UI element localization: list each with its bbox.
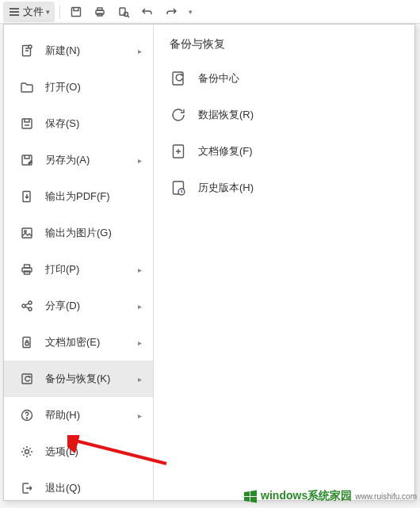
doc-repair-icon — [170, 143, 187, 160]
menu-item-label: 选项(L) — [45, 445, 142, 459]
svg-point-5 — [124, 12, 128, 16]
preview-icon — [117, 6, 130, 18]
panel-item-label: 文档修复(F) — [198, 144, 253, 159]
menu-item-help[interactable]: 帮助(H) ▸ — [4, 397, 153, 434]
print-icon — [20, 262, 34, 277]
svg-point-17 — [29, 301, 32, 304]
panel-item-backup-center[interactable]: 备份中心 — [170, 66, 399, 91]
menu-item-export-image[interactable]: 输出为图片(G) — [4, 215, 153, 251]
hamburger-icon — [8, 6, 21, 18]
chevron-right-icon: ▸ — [138, 302, 142, 311]
backup-restore-panel: 备份与恢复 备份中心 数据恢复(R) 文档修复(F) 历史版本(H) — [153, 25, 414, 500]
toolbar-separator — [59, 5, 60, 19]
panel-item-history[interactable]: 历史版本(H) — [170, 175, 399, 201]
backup-icon — [20, 372, 34, 386]
watermark: windows系统家园 www.ruishifu.com — [242, 487, 417, 505]
menu-item-save-as[interactable]: 另存为(A) ▸ — [4, 142, 153, 178]
svg-point-23 — [26, 418, 27, 418]
watermark-text: windows系统家园 — [261, 489, 352, 503]
menu-item-exit[interactable]: 退出(Q) — [4, 470, 153, 506]
share-icon — [20, 299, 34, 313]
gear-icon — [20, 445, 34, 459]
preview-button[interactable] — [113, 2, 135, 22]
svg-rect-21 — [22, 374, 32, 384]
menu-item-open[interactable]: 打开(O) — [4, 69, 153, 105]
chevron-down-icon: ▾ — [46, 8, 50, 16]
menu-item-label: 另存为(A) — [45, 153, 138, 167]
export-pdf-icon — [20, 189, 34, 204]
svg-point-24 — [25, 450, 29, 454]
backup-center-icon — [170, 70, 187, 87]
svg-point-16 — [22, 304, 25, 307]
menu-item-new[interactable]: 新建(N) ▸ — [4, 32, 153, 69]
svg-rect-14 — [25, 265, 30, 268]
help-icon — [20, 408, 34, 422]
file-menu-label: 文件 — [23, 5, 44, 19]
menu-item-label: 备份与恢复(K) — [45, 372, 138, 386]
menu-item-save[interactable]: 保存(S) — [4, 105, 153, 142]
redo-icon — [165, 6, 178, 18]
menu-item-label: 文档加密(E) — [45, 335, 138, 349]
svg-rect-11 — [22, 228, 32, 238]
chevron-down-icon: ▾ — [189, 8, 193, 16]
undo-icon — [141, 6, 154, 18]
panel-item-label: 数据恢复(R) — [198, 108, 254, 122]
chevron-right-icon: ▸ — [138, 265, 142, 274]
svg-rect-15 — [25, 271, 30, 274]
save-icon — [20, 116, 34, 131]
menu-item-label: 输出为PDF(F) — [45, 189, 142, 204]
svg-point-7 — [29, 45, 32, 48]
menu-item-label: 帮助(H) — [45, 408, 138, 422]
print-icon — [94, 6, 106, 18]
panel-title: 备份与恢复 — [170, 37, 399, 52]
print-button[interactable] — [89, 2, 111, 22]
svg-rect-0 — [72, 7, 81, 16]
file-menu-button[interactable]: 文件 ▾ — [3, 2, 55, 22]
menu-item-label: 新建(N) — [45, 44, 138, 58]
exit-icon — [20, 481, 34, 495]
redo-button[interactable] — [160, 2, 182, 22]
menu-item-export-pdf[interactable]: 输出为PDF(F) — [4, 178, 153, 215]
panel-item-label: 备份中心 — [198, 71, 239, 86]
export-image-icon — [20, 226, 34, 240]
windows-logo-icon — [242, 487, 259, 505]
menu-item-label: 退出(Q) — [45, 481, 142, 495]
watermark-sub: www.ruishifu.com — [355, 492, 417, 501]
encrypt-icon — [20, 335, 34, 349]
menu-item-label: 保存(S) — [45, 116, 142, 131]
save-as-icon — [20, 153, 34, 167]
menu-item-label: 输出为图片(G) — [45, 226, 142, 240]
menu-item-backup-restore[interactable]: 备份与恢复(K) ▸ — [4, 361, 153, 397]
menu-item-label: 打印(P) — [45, 262, 138, 277]
panel-item-data-recovery[interactable]: 数据恢复(R) — [170, 102, 399, 128]
svg-point-12 — [25, 231, 26, 232]
menu-item-label: 分享(D) — [45, 299, 138, 313]
menu-item-print[interactable]: 打印(P) ▸ — [4, 251, 153, 288]
save-icon — [70, 6, 82, 18]
file-menu: 新建(N) ▸ 打开(O) 保存(S) 另存为(A) ▸ 输出为PDF(F) 输… — [3, 24, 415, 501]
new-file-icon — [20, 44, 34, 58]
menu-item-encrypt[interactable]: 文档加密(E) ▸ — [4, 324, 153, 361]
save-button[interactable] — [65, 2, 87, 22]
svg-point-18 — [29, 307, 32, 311]
panel-item-doc-repair[interactable]: 文档修复(F) — [170, 139, 399, 164]
svg-rect-8 — [22, 119, 32, 128]
menu-item-options[interactable]: 选项(L) — [4, 434, 153, 470]
menu-item-label: 打开(O) — [45, 80, 142, 94]
undo-button[interactable] — [136, 2, 158, 22]
toolbar: 文件 ▾ ▾ — [0, 0, 420, 24]
toolbar-dropdown[interactable]: ▾ — [184, 2, 197, 22]
panel-item-label: 历史版本(H) — [198, 181, 254, 195]
chevron-right-icon: ▸ — [138, 338, 142, 347]
svg-rect-2 — [97, 8, 102, 10]
file-menu-list: 新建(N) ▸ 打开(O) 保存(S) 另存为(A) ▸ 输出为PDF(F) 输… — [4, 25, 153, 500]
data-recovery-icon — [170, 106, 187, 124]
chevron-right-icon: ▸ — [138, 375, 142, 384]
history-icon — [170, 179, 187, 197]
chevron-right-icon: ▸ — [138, 47, 142, 55]
svg-rect-20 — [25, 342, 29, 346]
chevron-right-icon: ▸ — [138, 156, 142, 165]
menu-item-share[interactable]: 分享(D) ▸ — [4, 288, 153, 324]
folder-icon — [20, 80, 34, 94]
chevron-right-icon: ▸ — [138, 411, 142, 420]
